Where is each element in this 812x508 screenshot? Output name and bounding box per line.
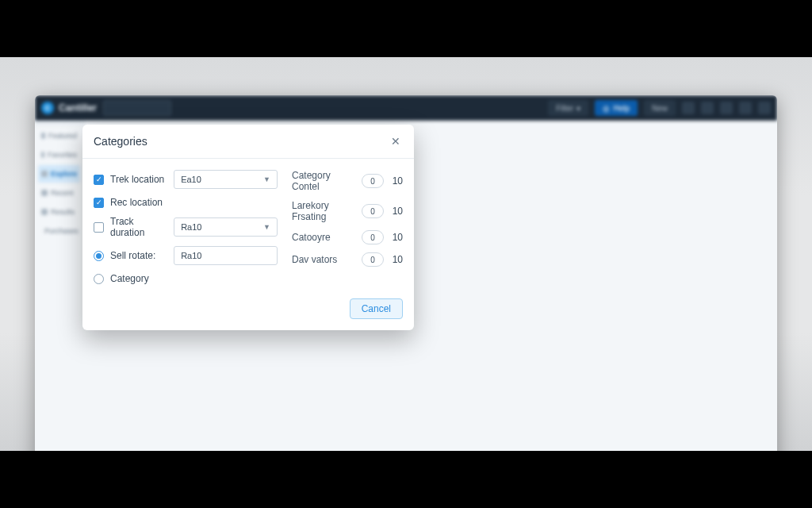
option-label: Trek location (110, 174, 167, 185)
modal-value-row: Category Contel010 (292, 170, 403, 192)
select-input[interactable]: Ea10▼ (174, 170, 278, 189)
modal-option-row: Rec location (94, 197, 278, 208)
value-number: 10 (389, 232, 403, 243)
stepper-pill[interactable]: 0 (362, 230, 384, 244)
checkbox[interactable] (94, 175, 104, 185)
modal-option-row: Track durationRa10▼ (94, 216, 278, 238)
cancel-button[interactable]: Cancel (350, 298, 403, 319)
value-label: Larekory Frsating (292, 200, 347, 222)
text-input[interactable]: Ra10 (174, 246, 278, 265)
modal-option-row: Sell rotate:Ra10 (94, 246, 278, 265)
radio[interactable] (94, 251, 104, 261)
modal-title: Categories (94, 135, 147, 148)
modal-option-row: Trek locationEa10▼ (94, 170, 278, 189)
value-label: Category Contel (292, 170, 347, 192)
checkbox[interactable] (94, 198, 104, 208)
option-label: Category (110, 273, 172, 284)
value-number: 10 (389, 175, 403, 187)
modal-value-row: Catooyre010 (292, 230, 403, 244)
radio[interactable] (94, 274, 104, 284)
modal-option-row: Category (94, 273, 278, 284)
option-label: Sell rotate: (110, 250, 167, 261)
value-number: 10 (389, 254, 403, 265)
modal-value-row: Dav vators010 (292, 252, 403, 267)
stepper-pill[interactable]: 0 (362, 204, 384, 218)
chevron-down-icon: ▼ (263, 175, 270, 183)
close-icon[interactable]: ✕ (389, 134, 403, 148)
option-label: Rec location (110, 197, 172, 208)
value-label: Catooyre (292, 232, 331, 243)
stepper-pill[interactable]: 0 (362, 174, 384, 188)
viewport: C Cantiller Filter ▾ ◎ Help New Featured… (0, 57, 812, 451)
value-number: 10 (389, 206, 403, 217)
value-label: Dav vators (292, 254, 337, 265)
checkbox[interactable] (94, 222, 104, 233)
select-input[interactable]: Ra10▼ (174, 217, 278, 237)
chevron-down-icon: ▼ (263, 223, 270, 231)
modal-value-row: Larekory Frsating010 (292, 200, 403, 222)
stepper-pill[interactable]: 0 (362, 252, 384, 267)
categories-modal: Categories ✕ Trek locationEa10▼Rec locat… (82, 125, 414, 330)
option-label: Track duration (110, 216, 167, 238)
